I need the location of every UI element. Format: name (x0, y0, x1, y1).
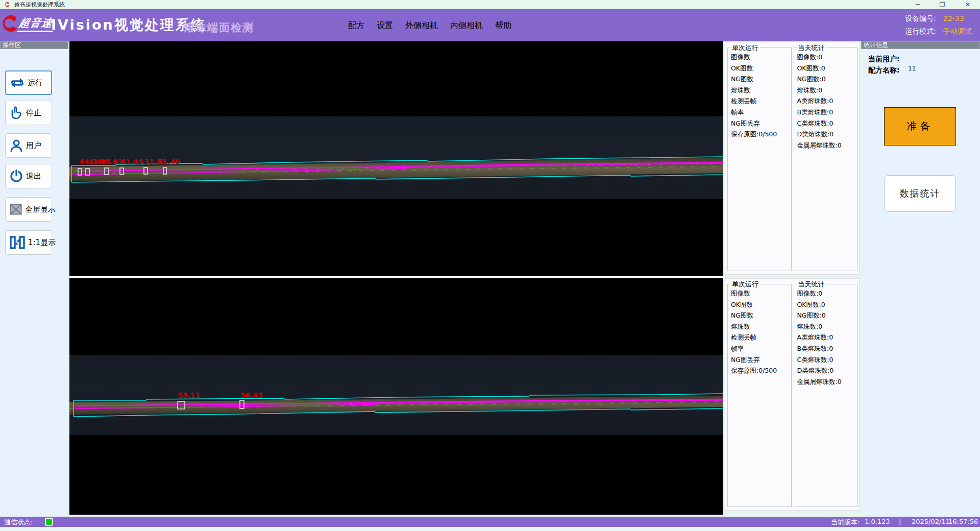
stat-row: 图像数 (728, 53, 791, 64)
one-to-one-button[interactable]: 1:1显示 (5, 230, 52, 255)
app-window: 超音速视觉处理系统 ─ ❐ ✕ 超音速 IVision视觉处理系统 熔珠端面检测… (0, 0, 980, 531)
user-button[interactable]: 用户 (5, 133, 52, 158)
brand-name: 超音速 (17, 16, 56, 32)
stop-button[interactable]: 停止 (5, 101, 52, 125)
status-separator: | (899, 518, 901, 525)
data-statistics-button[interactable]: 数据统计 (885, 175, 955, 212)
menu-item-settings[interactable]: 设置 (377, 20, 393, 31)
comm-status-label: 通信状态: (4, 518, 33, 527)
app-title: IVision视觉处理系统 (51, 16, 206, 34)
camera-bottom-detection-overlay (69, 278, 723, 515)
camera-image-bottom[interactable]: 53.1156.43 (69, 278, 723, 515)
device-number-value: 22-33 (943, 14, 964, 22)
camera-view-area: 44.3441.8539.8341.4931.5341.49 (69, 41, 723, 515)
run-mode-value: 手动调试 (943, 27, 972, 35)
stat-row: 帧率 (728, 345, 791, 356)
statistics-info-panel: 统计信息 当前用户: 配方名称: 11 准备 数据统计 (861, 41, 980, 517)
single-run-groupbox: 单次运行 图像数OK图数NG图数熔珠数检测丢帧帧率NG图丢弃保存原图:0/500 (727, 47, 792, 271)
app-logo-icon (4, 2, 10, 8)
ready-button[interactable]: 准备 (884, 107, 956, 146)
run-button-label: 运行 (28, 78, 43, 88)
stat-row: 检测丢帧 (728, 333, 791, 345)
device-number-line: 设备编号:22-33 (905, 12, 972, 25)
version-value: 1.0.123 (865, 518, 890, 525)
single-run-title: 单次运行 (730, 43, 760, 53)
exit-button-label: 退出 (26, 172, 41, 181)
version-label: 当前版本: (831, 518, 860, 527)
stat-row: NG图数:0 (794, 75, 857, 86)
stat-row: 图像数 (728, 289, 791, 301)
stat-row: 金属屑熔珠数:0 (794, 141, 857, 153)
one-to-one-button-label: 1:1显示 (28, 238, 56, 248)
menu-item-recipe[interactable]: 配方 (348, 20, 364, 31)
stats-panel-bottom-camera: 单次运行 图像数OK图数NG图数熔珠数检测丢帧帧率NG图丢弃保存原图:0/500… (725, 278, 860, 511)
statistics-info-title: 统计信息 (861, 41, 980, 49)
measurement-label: 56.43 (240, 391, 263, 399)
stop-hand-icon (10, 106, 23, 119)
stat-row: C类熔珠数:0 (794, 356, 857, 367)
stat-row: 帧率 (728, 108, 791, 119)
stat-row: 熔珠数 (728, 323, 791, 334)
comm-status-led (45, 518, 53, 526)
stat-row: 熔珠数:0 (794, 323, 857, 334)
one-to-one-icon (10, 236, 25, 249)
stop-button-label: 停止 (26, 108, 41, 118)
stat-row: 保存原图:0/500 (728, 367, 791, 378)
close-button[interactable]: ✕ (957, 0, 979, 9)
status-date: 2025/02/11 (912, 518, 950, 525)
sidebar-title: 操作区 (0, 41, 68, 49)
stat-row: 图像数:0 (794, 289, 857, 301)
exit-button[interactable]: 退出 (5, 164, 52, 188)
measurement-label: 41.49 (158, 158, 180, 166)
single-run-rows: 图像数OK图数NG图数熔珠数检测丢帧帧率NG图丢弃保存原图:0/500 (728, 289, 791, 378)
window-bottom-edge (0, 527, 980, 531)
measurement-label: 39.83 (100, 158, 122, 166)
user-button-label: 用户 (26, 141, 41, 151)
stat-row: 检测丢帧 (728, 97, 791, 108)
run-arrows-icon (10, 77, 24, 89)
menu-item-inner-camera[interactable]: 内侧相机 (450, 20, 483, 31)
stat-row: 熔珠数 (728, 86, 791, 98)
daily-stats-title: 当天统计 (797, 43, 826, 53)
restore-button[interactable]: ❐ (931, 0, 953, 9)
stat-row: D类熔珠数:0 (794, 130, 857, 141)
single-run-groupbox: 单次运行 图像数OK图数NG图数熔珠数检测丢帧帧率NG图丢弃保存原图:0/500 (727, 284, 792, 507)
stat-row: OK图数 (728, 64, 791, 76)
stat-row: NG图丢弃 (728, 119, 791, 131)
stat-row: NG图丢弃 (728, 356, 791, 367)
status-time: 16:57:56 (948, 518, 978, 525)
recipe-name-label: 配方名称: (868, 66, 900, 75)
measurement-label: 53.11 (178, 391, 200, 399)
stat-row: NG图数 (728, 75, 791, 86)
single-run-rows: 图像数OK图数NG图数熔珠数检测丢帧帧率NG图丢弃保存原图:0/500 (728, 53, 791, 141)
device-info: 设备编号:22-33 运行模式:手动调试 (905, 12, 972, 38)
minimize-button[interactable]: ─ (906, 0, 929, 9)
daily-stats-groupbox: 当天统计 图像数:0OK图数:0NG图数:0熔珠数:0A类熔珠数:0B类熔珠数:… (794, 284, 858, 507)
menu-bar: 配方 设置 外侧相机 内侧相机 帮助 (348, 20, 524, 31)
status-bar: 通信状态: 当前版本: 1.0.123 | 2025/02/11 16:57:5… (0, 517, 980, 527)
fullscreen-icon (10, 204, 22, 215)
header: 超音速 IVision视觉处理系统 熔珠端面检测 配方 设置 外侧相机 内侧相机… (0, 9, 980, 41)
brand-swoosh-icon (2, 13, 18, 35)
sidebar-operations: 操作区 运行 停止 用户 (0, 41, 68, 517)
user-icon (10, 139, 23, 152)
power-icon (10, 170, 23, 183)
stat-row: 图像数:0 (794, 53, 857, 64)
camera-image-top[interactable]: 44.3441.8539.8341.4931.5341.49 (69, 41, 723, 276)
fullscreen-button[interactable]: 全屏显示 (5, 197, 52, 222)
stat-row: C类熔珠数:0 (794, 119, 857, 131)
menu-item-help[interactable]: 帮助 (495, 20, 511, 31)
menu-item-outer-camera[interactable]: 外侧相机 (405, 20, 438, 31)
stat-row: 保存原图:0/500 (728, 130, 791, 141)
run-button[interactable]: 运行 (5, 70, 52, 95)
stat-row: A类熔珠数:0 (794, 97, 857, 108)
stat-row: B类熔珠数:0 (794, 108, 857, 119)
recipe-name-value: 11 (908, 65, 916, 72)
daily-stats-rows: 图像数:0OK图数:0NG图数:0熔珠数:0A类熔珠数:0B类熔珠数:0C类熔珠… (794, 289, 857, 389)
daily-stats-rows: 图像数:0OK图数:0NG图数:0熔珠数:0A类熔珠数:0B类熔珠数:0C类熔珠… (794, 53, 857, 152)
titlebar: 超音速视觉处理系统 ─ ❐ ✕ (0, 0, 980, 9)
stat-row: OK图数:0 (794, 64, 857, 76)
stat-row: D类熔珠数:0 (794, 367, 857, 378)
app-subtitle: 熔珠端面检测 (184, 20, 254, 35)
daily-stats-title: 当天统计 (797, 280, 826, 289)
